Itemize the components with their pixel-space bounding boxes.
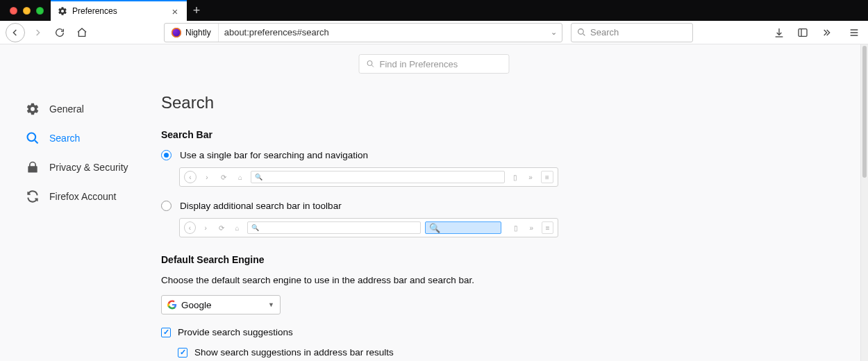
search-icon [577,28,586,37]
reload-button[interactable] [50,23,69,42]
tab-strip: Preferences × + [0,0,868,21]
svg-point-3 [28,133,36,142]
tab-close-button[interactable]: × [169,5,181,17]
searchbar-single-option[interactable]: Use a single bar for searching and navig… [161,150,532,160]
hamburger-menu-button[interactable] [846,24,862,41]
home-button[interactable] [72,23,92,42]
firefox-nightly-icon [172,28,181,37]
chevron-down-icon: ▼ [268,301,274,308]
show-suggestions-addrbar-checkbox[interactable]: ✓ Show search suggestions in address bar… [178,347,532,358]
overflow-button[interactable] [818,24,835,41]
reload-icon: ⟳ [216,221,228,234]
category-search[interactable]: Search [24,124,140,153]
urlbar-dropdown-icon[interactable]: ⌄ [545,28,562,37]
searchbar-separate-option[interactable]: Display additional search bar in toolbar [161,201,532,211]
radio-icon [161,150,172,160]
main-pane: Search Search Bar Use a single bar for s… [150,44,553,361]
downloads-button[interactable] [771,24,787,41]
search-icon [25,131,40,146]
default-engine-desc: Choose the default search engine to use … [161,275,532,285]
find-placeholder: Find in Preferences [380,59,458,69]
searchbar-separate-diagram: ‹ › ⟳ ⌂ 🔍 🔍 ▯ » ≡ [179,218,558,237]
category-privacy[interactable]: Privacy & Security [24,153,140,182]
nav-toolbar: Nightly about:preferences#search ⌄ Searc… [0,21,868,44]
sidebar-button[interactable] [794,24,811,41]
radio-label: Display additional search bar in toolbar [180,201,342,211]
searchbox-placeholder: Search [590,27,619,37]
searchbar-heading: Search Bar [161,129,532,140]
lock-icon [25,160,40,175]
category-account[interactable]: Firefox Account [24,182,140,211]
window-controls [4,0,51,21]
tab-preferences[interactable]: Preferences × [51,0,187,21]
content-scrollbar[interactable] [860,44,868,361]
window-minimize-button[interactable] [23,7,31,15]
search-icon [367,60,375,68]
default-engine-value: Google [181,300,212,310]
url-text: about:preferences#search [219,27,545,37]
sidebar-icon: ▯ [509,171,521,183]
scrollbar-thumb[interactable] [862,46,867,178]
urlbar-icon: 🔍 [251,171,505,183]
back-icon: ‹ [184,171,197,183]
google-icon [167,300,177,310]
checkbox-label: Show search suggestions in address bar r… [194,347,394,358]
checkbox-icon: ✓ [161,328,171,337]
forward-icon: › [201,171,213,183]
reload-icon: ⟳ [217,171,230,183]
sync-icon [25,189,40,204]
gear-icon [25,101,40,117]
page-title: Search [161,93,532,112]
identity-label: Nightly [185,28,211,37]
urlbar-icon: 🔍 [247,221,421,234]
category-general[interactable]: General [24,94,140,124]
svg-point-2 [367,61,372,66]
default-engine-heading: Default Search Engine [161,254,532,265]
category-label: Search [49,133,80,144]
sidebar-icon: ▯ [510,221,522,234]
identity-box[interactable]: Nightly [165,24,219,42]
home-icon: ⌂ [234,171,247,183]
tab-title: Preferences [72,6,164,16]
window-close-button[interactable] [10,7,17,15]
searchbar-single-diagram: ‹ › ⟳ ⌂ 🔍 ▯ » ≡ [179,167,558,187]
gear-icon [58,6,67,16]
provide-suggestions-checkbox[interactable]: ✓ Provide search suggestions [161,327,532,337]
overflow-icon: » [525,221,537,234]
back-button[interactable] [6,23,25,42]
checkbox-icon: ✓ [178,348,187,358]
svg-point-0 [578,29,584,35]
categories-sidebar: General Search Privacy & Security Firefo… [0,44,150,361]
checkbox-label: Provide search suggestions [178,327,293,337]
toolbar-search-box[interactable]: Search [571,23,693,42]
menu-icon: ≡ [542,221,553,234]
svg-rect-1 [799,28,807,36]
find-in-preferences-input[interactable]: Find in Preferences [359,54,510,74]
category-label: Firefox Account [49,191,117,202]
forward-icon: › [200,221,212,234]
category-label: Privacy & Security [49,162,128,173]
window-zoom-button[interactable] [36,7,44,15]
back-icon: ‹ [184,221,196,234]
radio-icon [161,201,172,211]
home-icon: ⌂ [231,221,243,234]
forward-button[interactable] [28,23,47,42]
searchbar-highlight-icon: 🔍 [425,221,501,234]
overflow-icon: » [524,171,537,183]
radio-label: Use a single bar for searching and navig… [180,150,368,160]
menu-icon: ≡ [541,171,553,183]
url-bar[interactable]: Nightly about:preferences#search ⌄ [164,23,562,42]
new-tab-button[interactable]: + [187,0,206,21]
preferences-content: Find in Preferences General Search Priva… [0,44,868,361]
category-label: General [49,103,84,115]
default-engine-select[interactable]: Google ▼ [161,295,281,314]
